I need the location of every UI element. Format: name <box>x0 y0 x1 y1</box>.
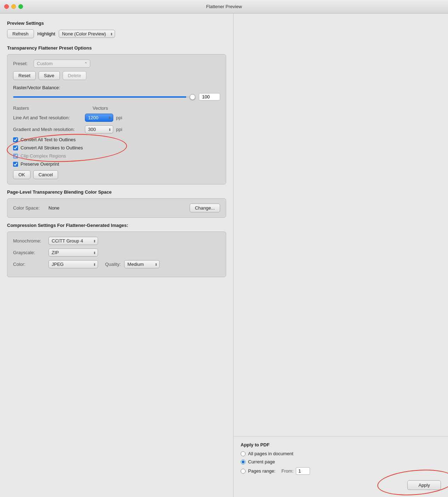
preset-label: Preset: <box>13 61 30 66</box>
checkbox-text-outlines[interactable] <box>13 137 18 142</box>
highlight-select-wrapper[interactable]: None (Color Preview) <box>59 30 115 38</box>
line-art-unit: ppi <box>116 115 122 120</box>
checkbox-strokes-outlines-label: Convert All Strokes to Outlines <box>21 145 83 150</box>
apply-title: Apply to PDF <box>241 442 441 447</box>
preview-settings-row: Refresh Highlight None (Color Preview) <box>7 29 226 38</box>
preset-input[interactable] <box>34 59 90 68</box>
gradient-unit: ppi <box>116 127 122 132</box>
checkbox-strokes-outlines[interactable] <box>13 145 18 150</box>
radio-current-page-row: Current page <box>241 459 441 464</box>
checkbox-complex-regions-label: Clip Complex Regions <box>21 153 66 159</box>
color-row: Color: JPEG Quality: Medium <box>13 260 220 268</box>
title-bar: Flattener Preview <box>0 0 448 13</box>
rasters-label: Rasters <box>13 105 29 111</box>
color-space-row: Color Space: None Change... <box>13 204 220 212</box>
color-space-value: None <box>48 205 186 211</box>
line-art-select[interactable]: 1200 <box>85 114 113 122</box>
checkbox-preserve-overprint[interactable] <box>13 162 18 167</box>
quality-select[interactable]: Medium <box>124 260 160 268</box>
quality-label: Quality: <box>105 262 121 267</box>
left-panel: Preview Settings Refresh Highlight None … <box>0 13 234 497</box>
reset-button[interactable]: Reset <box>13 71 36 80</box>
radio-pages-range[interactable] <box>241 469 246 474</box>
highlight-label: Highlight <box>38 31 56 36</box>
monochrome-select-wrapper[interactable]: CCITT Group 4 <box>48 237 98 245</box>
transparency-section-box: Preset: Reset Save Delete Raster/Vector … <box>7 54 226 184</box>
transparency-section-title: Transparency Flattener Preset Options <box>7 45 226 51</box>
slider-row <box>13 93 220 101</box>
grayscale-select-wrapper[interactable]: ZIP <box>48 248 98 257</box>
from-label: From: <box>281 468 293 474</box>
highlight-select[interactable]: None (Color Preview) <box>59 30 115 38</box>
color-space-label: Color Space: <box>13 205 45 211</box>
ok-cancel-row: OK Cancel <box>13 170 220 179</box>
monochrome-label: Monochrome: <box>13 238 45 244</box>
right-panel: Apply to PDF All pages in document Curre… <box>234 13 448 497</box>
checkbox-text-outlines-row: Convert All Text to Outlines <box>13 137 220 142</box>
window-title: Flattener Preview <box>206 4 242 9</box>
balance-label: Raster/Vector Balance: <box>13 85 220 90</box>
balance-value[interactable] <box>199 93 220 101</box>
quality-select-wrapper[interactable]: Medium <box>124 260 160 268</box>
ok-button[interactable]: OK <box>13 170 30 179</box>
preset-buttons-row: Reset Save Delete <box>13 71 220 80</box>
gradient-label: Gradient and Mesh resolution: <box>13 127 82 132</box>
minimize-button[interactable] <box>11 4 16 9</box>
page-level-title: Page-Level Transparency Blending Color S… <box>7 189 226 195</box>
vectors-label: Vectors <box>93 105 108 111</box>
grayscale-label: Grayscale: <box>13 250 45 255</box>
change-button[interactable]: Change... <box>190 204 220 212</box>
radio-pages-range-row: Pages range: From: <box>241 467 441 475</box>
balance-slider[interactable] <box>13 96 195 98</box>
checkboxes-section: Convert All Text to Outlines Convert All… <box>13 137 220 159</box>
close-button[interactable] <box>4 4 9 9</box>
apply-button[interactable]: Apply <box>407 480 441 490</box>
from-value[interactable] <box>296 467 310 475</box>
line-art-row: Line Art and Text resolution: 1200 ppi <box>13 114 220 122</box>
gradient-select[interactable]: 300 <box>85 125 113 133</box>
checkbox-complex-regions-row: Clip Complex Regions <box>13 153 220 159</box>
checkbox-strokes-outlines-row: Convert All Strokes to Outlines <box>13 145 220 150</box>
radio-current-page-label: Current page <box>248 459 275 464</box>
preview-settings-title: Preview Settings <box>7 21 226 26</box>
checkbox-preserve-overprint-row: Preserve Overprint <box>13 161 220 167</box>
grayscale-select[interactable]: ZIP <box>48 248 98 257</box>
compression-section-box: Monochrome: CCITT Group 4 Grayscale: ZIP… <box>7 232 226 277</box>
grayscale-row: Grayscale: ZIP <box>13 248 220 257</box>
checkbox-preserve-overprint-label: Preserve Overprint <box>21 161 59 167</box>
apply-btn-row: Apply <box>241 480 441 490</box>
radio-all-pages-row: All pages in document <box>241 451 441 456</box>
apply-section: Apply to PDF All pages in document Curre… <box>241 442 441 490</box>
line-art-label: Line Art and Text resolution: <box>13 115 82 120</box>
cancel-button[interactable]: Cancel <box>33 170 58 179</box>
checkbox-complex-regions[interactable] <box>13 154 18 159</box>
color-select-wrapper[interactable]: JPEG <box>48 260 98 268</box>
delete-button: Delete <box>63 71 87 80</box>
radio-pages-range-label: Pages range: <box>248 468 275 474</box>
preset-row: Preset: <box>13 59 220 68</box>
monochrome-row: Monochrome: CCITT Group 4 <box>13 237 220 245</box>
right-bottom-panel: Apply to PDF All pages in document Curre… <box>234 436 448 497</box>
monochrome-select[interactable]: CCITT Group 4 <box>48 237 98 245</box>
compression-section-title: Compression Settings For Flattener-Gener… <box>7 223 226 228</box>
rv-row: Rasters Vectors <box>13 105 220 111</box>
radio-all-pages-label: All pages in document <box>248 451 293 456</box>
save-button[interactable]: Save <box>39 71 60 80</box>
line-art-select-wrapper[interactable]: 1200 <box>85 114 113 122</box>
preset-select-wrapper[interactable] <box>34 59 90 68</box>
color-label: Color: <box>13 262 45 267</box>
page-level-section-box: Color Space: None Change... <box>7 198 226 218</box>
checkbox-text-outlines-label: Convert All Text to Outlines <box>21 137 76 142</box>
radio-current-page[interactable] <box>241 459 246 464</box>
refresh-button[interactable]: Refresh <box>7 29 34 38</box>
radio-all-pages[interactable] <box>241 451 246 456</box>
gradient-row: Gradient and Mesh resolution: 300 ppi <box>13 125 220 133</box>
window-controls[interactable] <box>4 4 23 9</box>
color-select[interactable]: JPEG <box>48 260 98 268</box>
gradient-select-wrapper[interactable]: 300 <box>85 125 113 133</box>
maximize-button[interactable] <box>18 4 23 9</box>
preview-area <box>234 13 448 436</box>
